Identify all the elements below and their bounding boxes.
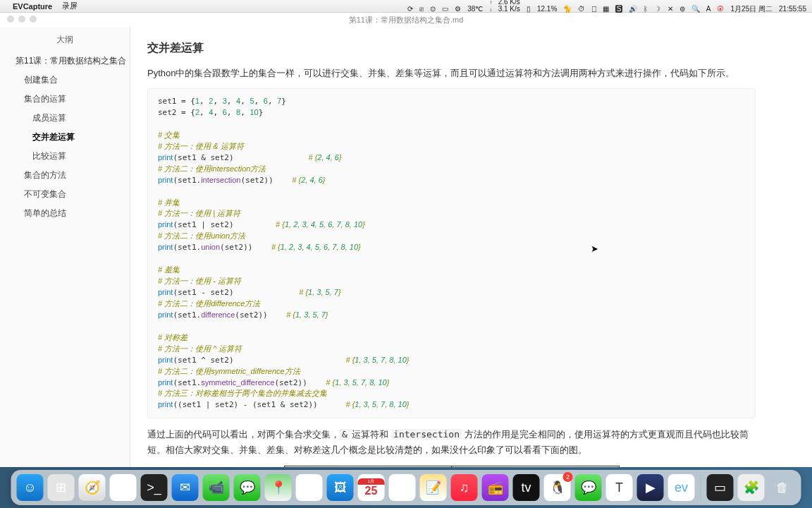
net-speed: ↑ 2.6 K/s↓ 3.1 K/s [489, 0, 519, 13]
dock-facetime-icon[interactable]: 📹 [203, 474, 230, 501]
bluetooth-icon[interactable]: ᛒ [644, 5, 648, 13]
sidebar-title: 大纲 [0, 34, 130, 46]
monitor-icon[interactable]: ⎚ [419, 5, 424, 13]
dock-evcapture-icon[interactable]: ev [668, 474, 695, 501]
menubar: EVCapture 录屏 ⟳ ⎚ ⊙ ▭ ⚙ 38℃ ↑ 2.6 K/s↓ 3.… [0, 0, 812, 13]
dock-notes-icon[interactable]: 📝 [420, 474, 447, 501]
timer-icon[interactable]: ⏱ [578, 5, 585, 13]
time[interactable]: 21:55:55 [779, 5, 806, 13]
dock-trash-icon[interactable]: 🗑 [769, 474, 796, 501]
dock-finder-icon[interactable]: ☺ [17, 474, 44, 501]
article-content: 交并差运算 Python中的集合跟数学上的集合一样，可以进行交集、并集、差集等运… [130, 27, 812, 467]
dnd-icon[interactable]: ☽ [654, 5, 660, 13]
dock-launchpad-icon[interactable]: ⊞ [48, 474, 75, 501]
outline-item[interactable]: 集合的方法 [0, 166, 130, 185]
editor-window: 第11课：常用数据结构之集合.md 大纲 第11课：常用数据结构之集合 创建集合… [0, 13, 812, 467]
outline-item[interactable]: 成员运算 [0, 109, 130, 128]
battery-icon[interactable]: ▯ [527, 5, 531, 13]
dock-calendar-icon[interactable]: 1月25 [358, 474, 385, 501]
dock-photos-icon[interactable]: ✿ [296, 474, 323, 501]
outline-sidebar: 大纲 第11课：常用数据结构之集合 创建集合集合的运算成员运算交并差运算比较运算… [0, 27, 130, 467]
window-icon[interactable]: ▦ [603, 5, 609, 13]
a-icon[interactable]: A [706, 5, 711, 13]
dock-reminders-icon[interactable]: ☰ [389, 474, 416, 501]
loader-icon[interactable]: ⟳ [407, 5, 413, 13]
wifi-icon[interactable]: ⊚ [679, 5, 685, 13]
animal-icon[interactable]: 🐈 [563, 5, 572, 13]
dock-chrome-icon[interactable]: ◉ [110, 474, 137, 501]
dock-player-icon[interactable]: ▶ [637, 474, 664, 501]
outline-root[interactable]: 第11课：常用数据结构之集合 [0, 52, 130, 71]
outline-item[interactable]: 比较运算 [0, 147, 130, 166]
section-heading: 交并差运算 [147, 41, 756, 56]
camera-icon[interactable]: ⊙ [430, 5, 436, 13]
app-name[interactable]: EVCapture [13, 2, 52, 11]
rect-icon[interactable]: ⎕ [592, 5, 596, 13]
battery-percent: 12.1% [537, 5, 557, 13]
dock-maps-icon[interactable]: 📍 [265, 474, 292, 501]
dock-wechat-icon[interactable]: 💬 [575, 474, 602, 501]
menubar-status: ⟳ ⎚ ⊙ ▭ ⚙ 38℃ ↑ 2.6 K/s↓ 3.1 K/s ▯ 12.1%… [403, 0, 806, 14]
outline-item[interactable]: 创建集合 [0, 71, 130, 90]
dock-tv-icon[interactable]: tv [513, 474, 540, 501]
dock-mail-icon[interactable]: ✉ [172, 474, 199, 501]
traffic-lights[interactable] [7, 16, 37, 23]
dock-file-icon[interactable]: 🧩 [738, 474, 765, 501]
dock: ☺⊞🧭◉>_✉📹💬📍✿🖼1月25☰📝♫📻tv🐧2💬T▶ev▭🧩🗑 [11, 470, 801, 505]
titlebar: 第11课：常用数据结构之集合.md [0, 13, 812, 27]
gear-icon[interactable]: ⚙ [455, 5, 461, 13]
dock-terminal-icon[interactable]: >_ [141, 474, 168, 501]
dock-music-icon[interactable]: ♫ [451, 474, 478, 501]
dock-desktop-icon[interactable]: ▭ [707, 474, 734, 501]
temp-indicator: 38℃ [467, 5, 483, 13]
dock-typora-icon[interactable]: T [606, 474, 633, 501]
display-icon[interactable]: ▭ [442, 5, 448, 13]
search-icon[interactable]: 🔍 [691, 5, 700, 13]
record-icon[interactable]: ⦿ [717, 5, 724, 13]
dock-podcasts-icon[interactable]: 📻 [482, 474, 509, 501]
outline-item[interactable]: 简单的总结 [0, 204, 130, 223]
dock-preview-icon[interactable]: 🖼 [327, 474, 354, 501]
code-block[interactable]: set1 = {1, 2, 3, 4, 5, 6, 7} set2 = {2, … [147, 88, 756, 418]
dock-qq-icon[interactable]: 🐧2 [544, 474, 571, 501]
window-title: 第11课：常用数据结构之集合.md [349, 15, 464, 25]
outline-item[interactable]: 交并差运算 [0, 128, 130, 147]
menu-item[interactable]: 录屏 [62, 1, 78, 11]
outline-item[interactable]: 集合的运算 [0, 90, 130, 109]
dock-messages-icon[interactable]: 💬 [234, 474, 261, 501]
s-icon[interactable]: S [615, 5, 623, 13]
dock-safari-icon[interactable]: 🧭 [79, 474, 106, 501]
shortcut-icon[interactable]: ✕ [668, 5, 673, 13]
outro-paragraph: 通过上面的代码可以看出，对两个集合求交集，& 运算符和 intersection… [147, 427, 756, 458]
outline-item[interactable]: 不可变集合 [0, 185, 130, 204]
intro-paragraph: Python中的集合跟数学上的集合一样，可以进行交集、并集、差集等运算，而且可以… [147, 66, 756, 81]
volume-icon[interactable]: 🔊 [629, 5, 637, 13]
venn-diagram-box: 交集 （intersection） 对称差 [284, 466, 620, 467]
